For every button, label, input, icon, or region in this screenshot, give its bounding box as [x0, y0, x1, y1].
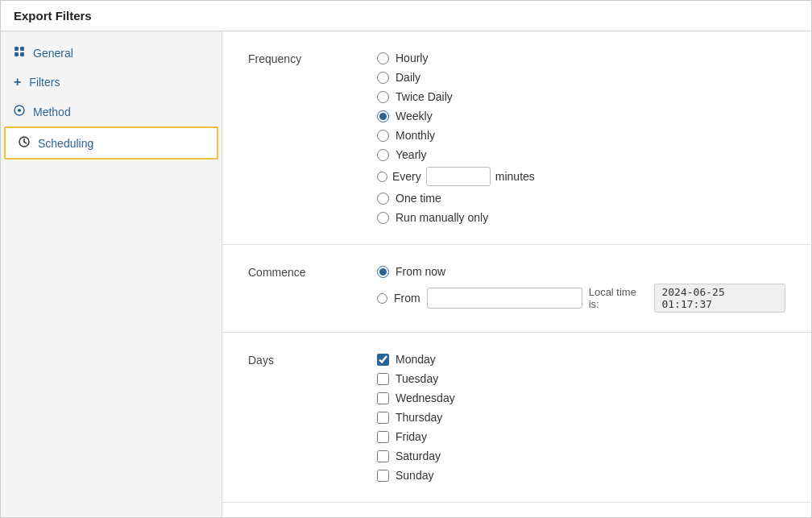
- commence-body: From now From Local time is: 2024-06-25 …: [377, 264, 785, 313]
- sidebar: General + Filters Method: [1, 31, 222, 517]
- day-friday-row: Friday: [377, 429, 785, 444]
- freq-yearly-row: Yearly: [377, 147, 785, 162]
- scheduling-icon: [19, 136, 30, 150]
- sidebar-item-method[interactable]: Method: [1, 97, 222, 126]
- filters-icon: +: [14, 76, 21, 89]
- freq-daily-label[interactable]: Daily: [396, 71, 420, 84]
- commence-from-input[interactable]: [427, 288, 582, 309]
- freq-run-manually-label[interactable]: Run manually only: [396, 211, 488, 224]
- day-saturday-label[interactable]: Saturday: [396, 450, 441, 462]
- svg-rect-0: [14, 47, 19, 51]
- sidebar-item-general-label: General: [33, 47, 73, 60]
- day-sunday-label[interactable]: Sunday: [396, 469, 433, 482]
- svg-point-5: [18, 109, 21, 112]
- day-saturday-checkbox[interactable]: [377, 450, 389, 462]
- main-content: General + Filters Method: [1, 31, 811, 517]
- commence-from-now-label[interactable]: From now: [396, 265, 445, 278]
- freq-monthly-row: Monthly: [377, 128, 785, 143]
- freq-one-time-row: One time: [377, 191, 785, 205]
- freq-hourly-row: Hourly: [377, 51, 785, 65]
- day-friday-checkbox[interactable]: [377, 431, 389, 443]
- general-icon: [14, 46, 25, 60]
- local-time-value: 2024-06-25 01:17:37: [654, 284, 785, 313]
- freq-monthly-label[interactable]: Monthly: [396, 129, 435, 142]
- sidebar-item-scheduling[interactable]: Scheduling: [4, 126, 218, 160]
- commence-from-row: From Local time is: 2024-06-25 01:17:37: [377, 284, 785, 313]
- freq-weekly-label[interactable]: Weekly: [396, 110, 433, 122]
- svg-rect-2: [14, 52, 19, 56]
- commence-from-now-radio[interactable]: [377, 266, 389, 278]
- freq-one-time-radio[interactable]: [377, 193, 389, 205]
- day-monday-checkbox[interactable]: [377, 354, 389, 366]
- freq-every-input[interactable]: [426, 167, 491, 186]
- freq-weekly-radio[interactable]: [377, 110, 389, 122]
- day-saturday-row: Saturday: [377, 449, 785, 463]
- right-panel: Frequency Hourly Daily Twice Daily: [222, 31, 811, 517]
- frequency-body: Hourly Daily Twice Daily Weekly: [377, 51, 785, 225]
- freq-hourly-label[interactable]: Hourly: [396, 52, 428, 64]
- freq-run-manually-row: Run manually only: [377, 210, 785, 225]
- freq-daily-row: Daily: [377, 70, 785, 85]
- freq-hourly-radio[interactable]: [377, 52, 389, 64]
- day-thursday-label[interactable]: Thursday: [396, 411, 442, 424]
- days-label: Days: [248, 352, 377, 483]
- day-monday-label[interactable]: Monday: [396, 353, 436, 366]
- freq-every-suffix: minutes: [495, 170, 535, 183]
- day-wednesday-row: Wednesday: [377, 391, 785, 405]
- freq-every-radio[interactable]: [377, 172, 387, 182]
- commence-from-now-row: From now: [377, 264, 785, 279]
- day-wednesday-checkbox[interactable]: [377, 392, 389, 404]
- svg-rect-1: [20, 47, 24, 51]
- commence-from-radio[interactable]: [377, 293, 387, 304]
- freq-twice-daily-radio[interactable]: [377, 91, 389, 103]
- commence-from-label[interactable]: From: [394, 292, 420, 305]
- day-friday-label[interactable]: Friday: [396, 430, 427, 443]
- commence-label: Commence: [248, 264, 377, 313]
- day-tuesday-row: Tuesday: [377, 371, 785, 386]
- freq-yearly-radio[interactable]: [377, 149, 389, 161]
- commence-section: Commence From now From Local time is: 20…: [222, 245, 811, 333]
- svg-rect-3: [20, 52, 24, 56]
- day-thursday-row: Thursday: [377, 410, 785, 425]
- freq-one-time-label[interactable]: One time: [396, 192, 441, 205]
- sidebar-item-filters-label: Filters: [29, 76, 60, 89]
- day-sunday-checkbox[interactable]: [377, 470, 389, 482]
- day-monday-row: Monday: [377, 352, 785, 367]
- sidebar-item-method-label: Method: [33, 106, 71, 118]
- method-icon: [14, 105, 25, 118]
- days-body: Monday Tuesday Wednesday Thursda: [377, 352, 785, 483]
- freq-every-row: Every minutes: [377, 167, 785, 186]
- day-wednesday-label[interactable]: Wednesday: [396, 392, 455, 404]
- day-tuesday-checkbox[interactable]: [377, 373, 389, 385]
- freq-yearly-label[interactable]: Yearly: [396, 148, 426, 161]
- sidebar-item-filters[interactable]: + Filters: [1, 68, 222, 97]
- freq-twice-daily-label[interactable]: Twice Daily: [396, 90, 453, 103]
- sidebar-item-scheduling-label: Scheduling: [38, 137, 93, 150]
- frequency-label: Frequency: [248, 51, 377, 225]
- day-thursday-checkbox[interactable]: [377, 412, 389, 424]
- freq-twice-daily-row: Twice Daily: [377, 89, 785, 104]
- title-bar: Export Filters: [1, 1, 811, 31]
- freq-monthly-radio[interactable]: [377, 130, 389, 142]
- day-tuesday-label[interactable]: Tuesday: [396, 372, 438, 385]
- app-container: Export Filters General + Filters: [0, 0, 812, 518]
- freq-daily-radio[interactable]: [377, 72, 389, 84]
- frequency-section: Frequency Hourly Daily Twice Daily: [222, 31, 811, 245]
- days-section: Days Monday Tuesday Wednesday: [222, 333, 811, 503]
- freq-every-label[interactable]: Every: [392, 170, 421, 183]
- page-title: Export Filters: [14, 9, 92, 23]
- freq-run-manually-radio[interactable]: [377, 212, 389, 224]
- freq-weekly-row: Weekly: [377, 109, 785, 123]
- sidebar-item-general[interactable]: General: [1, 38, 222, 68]
- svg-line-8: [24, 142, 27, 143]
- local-time-label: Local time is:: [589, 286, 648, 310]
- day-sunday-row: Sunday: [377, 468, 785, 483]
